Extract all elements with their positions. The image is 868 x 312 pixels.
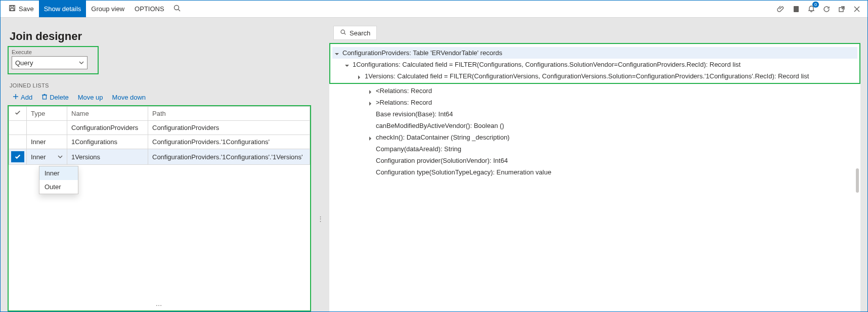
joined-lists-label: JOINED LISTS [10,82,311,88]
svg-rect-2 [11,9,14,11]
show-details-label: Show details [44,5,81,13]
joined-lists-grid: Type Name Path ConfigurationProviders Co… [8,105,311,311]
tree-node[interactable]: checkIn(): DataContainer (String _descri… [331,131,858,143]
tree-leaf[interactable]: Company(dataAreaId): String [331,143,858,155]
page-title: Join designer [10,30,311,43]
save-label: Save [19,5,34,13]
trash-icon [41,94,48,101]
execute-select[interactable]: Query [12,56,88,69]
svg-rect-11 [43,95,47,99]
type-cell[interactable]: Inner [27,149,67,165]
tree-leaf[interactable]: canBeModifiedByActiveVendor(): Boolean (… [331,120,858,131]
options-button[interactable]: OPTIONS [129,1,169,17]
execute-value: Query [15,59,33,67]
plus-icon [13,94,19,101]
table-row[interactable]: Inner 1Versions ConfigurationProviders.'… [9,149,310,165]
save-button[interactable]: Save [4,1,39,17]
header-path[interactable]: Path [148,107,310,121]
tree-node[interactable]: <Relations: Record [331,85,858,97]
tree-node[interactable]: >Relations: Record [331,97,858,108]
tree-leaf[interactable]: Configuration type(SolutionTypeLegacy): … [331,166,858,178]
close-button[interactable] [849,1,864,17]
svg-line-15 [344,33,346,35]
refresh-button[interactable] [819,1,834,17]
svg-line-4 [178,10,180,12]
type-option-outer[interactable]: Outer [39,180,78,194]
tree-details-group: <Relations: Record >Relations: Record Ba… [329,84,860,311]
execute-label: Execute [12,49,95,55]
tree-node[interactable]: 1Versions: Calculated field = FILTER(Con… [332,70,857,82]
attachments-icon[interactable] [773,1,789,17]
expand-icon[interactable] [368,88,373,94]
toolbar: Save Show details Group view OPTIONS 0 [1,1,867,18]
row-selected-icon[interactable] [11,151,24,162]
splitter-handle[interactable]: ⋮ [318,126,322,311]
header-select[interactable] [9,107,27,121]
grid-more-icon[interactable]: … [156,300,163,307]
header-type[interactable]: Type [27,107,67,121]
collapse-icon[interactable] [344,62,350,67]
tree-node[interactable]: 1Configurations: Calculated field = FILT… [332,59,857,70]
move-up-button[interactable]: Move up [78,94,103,101]
type-dropdown[interactable]: Inner Outer [39,166,78,194]
group-view-button[interactable]: Group view [86,1,129,17]
type-option-inner[interactable]: Inner [39,166,78,180]
office-icon[interactable] [789,1,804,17]
tree-top-group: ConfigurationProviders: Table 'ERVendorT… [329,43,860,84]
add-button[interactable]: Add [13,94,32,101]
show-details-button[interactable]: Show details [39,1,86,17]
svg-point-3 [174,6,179,10]
search-icon [340,29,346,37]
scrollbar-thumb[interactable] [856,168,859,193]
table-row[interactable]: Inner 1Configurations ConfigurationProvi… [9,135,310,149]
header-name[interactable]: Name [67,107,148,121]
right-panel: Search ConfigurationProviders: Table 'ER… [329,25,860,311]
content-area: Join designer Execute Query JOINED LISTS… [1,18,867,311]
tree-leaf[interactable]: Base revision(Base): Int64 [331,108,858,120]
search-icon [173,4,181,14]
delete-button[interactable]: Delete [41,94,69,101]
svg-point-14 [341,30,344,33]
notification-badge: 0 [812,2,819,8]
chevron-down-icon [58,153,63,161]
save-icon [9,5,19,13]
group-view-label: Group view [91,5,124,13]
collapse-icon[interactable] [334,51,339,56]
left-panel: Join designer Execute Query JOINED LISTS… [8,25,311,311]
chevron-down-icon [79,59,84,67]
tree-search-button[interactable]: Search [333,26,377,40]
expand-icon[interactable] [368,135,373,140]
execute-group: Execute Query [8,46,99,74]
expand-icon[interactable] [368,100,373,105]
svg-rect-5 [794,6,799,12]
move-down-button[interactable]: Move down [112,94,146,101]
tree-leaf[interactable]: Configuration provider(SolutionVendor): … [331,155,858,166]
search-button[interactable] [169,1,185,17]
notifications-button[interactable]: 0 [804,1,819,17]
options-label: OPTIONS [135,5,164,13]
table-row[interactable]: ConfigurationProviders ConfigurationProv… [9,121,310,135]
tree-node-root[interactable]: ConfigurationProviders: Table 'ERVendorT… [332,47,857,59]
grid-actions: Add Delete Move up Move down [8,92,311,105]
popout-button[interactable] [834,1,849,17]
expand-icon[interactable] [357,74,362,79]
svg-rect-1 [11,6,13,8]
